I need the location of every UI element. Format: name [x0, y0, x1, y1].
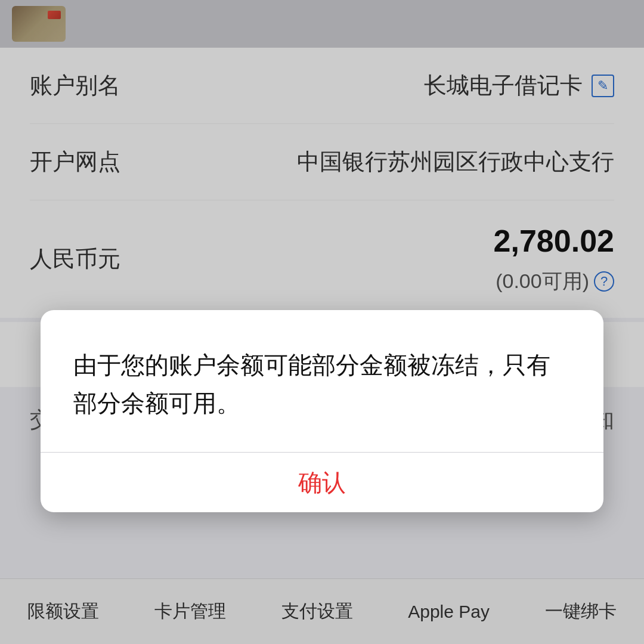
alert-modal: 由于您的账户余额可能部分金额被冻结，只有部分余额可用。 确认 — [41, 310, 603, 512]
modal-footer: 确认 — [41, 453, 603, 512]
confirm-button[interactable]: 确认 — [41, 453, 603, 512]
modal-message: 由于您的账户余额可能部分金额被冻结，只有部分余额可用。 — [73, 346, 571, 422]
modal-body: 由于您的账户余额可能部分金额被冻结，只有部分余额可用。 — [41, 310, 603, 452]
